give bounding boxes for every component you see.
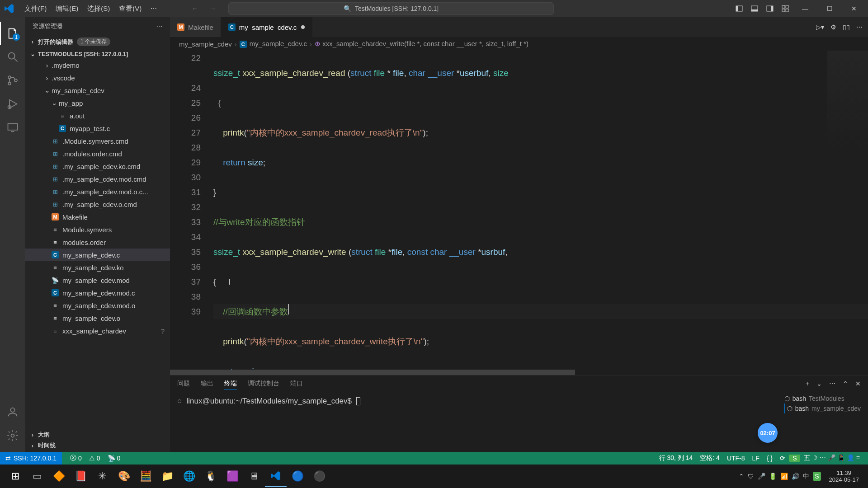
file-my-sample-cdev-c[interactable]: Cmy_sample_cdev.c	[25, 249, 170, 261]
tab-my-sample-cdev[interactable]: Cmy_sample_cdev.c	[221, 17, 312, 37]
menu-edit[interactable]: 编辑(E)	[51, 5, 83, 13]
file-makefile[interactable]: MMakefile	[25, 211, 170, 223]
section-outline[interactable]: ›大纲	[25, 429, 170, 440]
window-maximize-icon[interactable]: ☐	[819, 0, 840, 17]
command-center[interactable]: 🔍 TestModules [SSH: 127.0.0.1]	[228, 2, 554, 15]
app-icon-5[interactable]: 🐧	[200, 465, 222, 487]
app-icon-4[interactable]: 🎨	[113, 465, 135, 487]
app-icon-chrome[interactable]: 🔵	[287, 465, 308, 487]
file-my-sample-cdev-mod[interactable]: 📡my_sample_cdev.mod	[25, 274, 170, 286]
terminal-item-1[interactable]: ⬡ bash TestModules	[784, 394, 861, 404]
file-aout[interactable]: ≡a.out	[25, 109, 170, 122]
sidebar-more-icon[interactable]: ⋯	[157, 23, 163, 30]
status-encoding[interactable]: UTF-8	[723, 455, 749, 462]
window-close-icon[interactable]: ✕	[844, 0, 864, 17]
folder-my-sample-cdev[interactable]: ⌄my_sample_cdev	[25, 84, 170, 97]
file-my-sample-cdev-mod-cmd[interactable]: ⊞.my_sample_cdev.mod.cmd	[25, 173, 170, 185]
file-my-sample-cdev-ko[interactable]: ≡my_sample_cdev.ko	[25, 261, 170, 274]
section-open-editors[interactable]: › 打开的编辑器 1 个未保存	[25, 36, 170, 47]
terminal-item-2[interactable]: ⬡ bash my_sample_cdev	[784, 404, 861, 413]
nav-forward-icon[interactable]: →	[207, 2, 219, 15]
new-terminal-icon[interactable]: +	[806, 380, 809, 387]
activity-search-icon[interactable]	[0, 45, 25, 69]
panel-more-icon[interactable]: ⋯	[829, 380, 835, 387]
folder-mydemo[interactable]: ›.mydemo	[25, 59, 170, 71]
more-actions-icon[interactable]: ⋯	[856, 23, 863, 31]
file-my-sample-cdev-mod-o-cmd[interactable]: ⊞.my_sample_cdev.mod.o.c...	[25, 185, 170, 198]
code-content[interactable]: ssize_t xxx_sample_chardev_read (struct …	[213, 51, 868, 370]
panel-tab-problems[interactable]: 问题	[177, 378, 190, 389]
file-my-sample-cdev-mod-o[interactable]: ≡my_sample_cdev.mod.o	[25, 299, 170, 312]
app-icon-calculator[interactable]: 🧮	[135, 465, 156, 487]
terminal[interactable]: ○ linux@ubuntu:~/TestModules/my_sample_c…	[170, 392, 868, 452]
file-module-symvers[interactable]: ≡Module.symvers	[25, 223, 170, 236]
folder-my-app[interactable]: ⌄my_app	[25, 97, 170, 109]
taskview-icon[interactable]: ▭	[26, 465, 48, 487]
folder-vscode[interactable]: ›.vscode	[25, 71, 170, 84]
file-modules-order[interactable]: ≡modules.order	[25, 236, 170, 249]
timer-bubble[interactable]: 02:07	[758, 423, 778, 443]
file-module-symvers-cmd[interactable]: ⊞.Module.symvers.cmd	[25, 135, 170, 147]
app-icon-explorer[interactable]: 📁	[156, 465, 178, 487]
customize-layout-icon[interactable]	[779, 3, 791, 14]
file-my-sample-cdev-o[interactable]: ≡my_sample_cdev.o	[25, 312, 170, 324]
status-ports[interactable]: 📡 0	[104, 455, 124, 462]
app-icon-vmware[interactable]: 🖥	[243, 465, 265, 487]
activity-remote-icon[interactable]	[0, 116, 25, 139]
status-errors[interactable]: ⓧ 0	[66, 454, 85, 462]
horizontal-scrollbar[interactable]	[170, 370, 868, 375]
menu-more-icon[interactable]: ⋯	[146, 5, 161, 12]
remote-indicator[interactable]: ⇄ SSH: 127.0.0.1	[0, 452, 62, 465]
tray-shield-icon[interactable]: 🛡	[748, 473, 754, 480]
start-button[interactable]: ⊞	[5, 465, 26, 487]
panel-tab-debug[interactable]: 调试控制台	[248, 378, 279, 389]
minimap[interactable]	[827, 51, 868, 150]
file-my-sample-cdev-mod-c[interactable]: Cmy_sample_cdev.mod.c	[25, 286, 170, 299]
status-ime-icon[interactable]: S	[789, 455, 800, 462]
status-eol[interactable]: LF	[749, 455, 763, 462]
menu-select[interactable]: 选择(S)	[83, 5, 114, 13]
tray-sogou-icon[interactable]: S	[813, 472, 821, 481]
menu-view[interactable]: 查看(V)	[114, 5, 146, 13]
status-warnings[interactable]: ⚠ 0	[85, 455, 104, 462]
layout-sidebar-right-icon[interactable]	[764, 3, 776, 14]
app-icon-vscode[interactable]	[265, 465, 287, 487]
app-icon-7[interactable]: ⚫	[308, 465, 330, 487]
panel-maximize-icon[interactable]: ⌃	[843, 380, 848, 387]
run-file-icon[interactable]: ▷▾	[816, 23, 824, 31]
tray-wifi-icon[interactable]: 📶	[780, 473, 788, 480]
activity-debug-icon[interactable]	[0, 92, 25, 116]
status-sync-icon[interactable]: ⟳	[776, 455, 789, 462]
tray-battery-icon[interactable]: 🔋	[769, 473, 777, 480]
panel-close-icon[interactable]: ✕	[855, 380, 861, 387]
tray-volume-icon[interactable]: 🔊	[792, 473, 799, 480]
split-editor-icon[interactable]: ▯▯	[843, 23, 850, 31]
layout-panel-icon[interactable]	[749, 3, 760, 14]
activity-account-icon[interactable]	[0, 400, 25, 424]
file-my-sample-cdev-ko-cmd[interactable]: ⊞.my_sample_cdev.ko.cmd	[25, 160, 170, 173]
menu-file[interactable]: 文件(F)	[20, 5, 51, 13]
file-modules-order-cmd[interactable]: ⊞.modules.order.cmd	[25, 147, 170, 160]
nav-back-icon[interactable]: ←	[189, 2, 201, 15]
status-spaces[interactable]: 空格: 4	[696, 454, 723, 462]
app-icon-1[interactable]: 🔶	[48, 465, 70, 487]
file-my-sample-cdev-o-cmd[interactable]: ⊞.my_sample_cdev.o.cmd	[25, 198, 170, 211]
panel-tab-ports[interactable]: 端口	[290, 378, 303, 389]
section-timeline[interactable]: ›时间线	[25, 440, 170, 451]
settings-gear-icon[interactable]: ⚙	[830, 23, 836, 31]
layout-sidebar-left-icon[interactable]	[733, 3, 745, 14]
status-cursor[interactable]: 行 30, 列 14	[656, 454, 697, 462]
activity-explorer-icon[interactable]: 1	[0, 22, 25, 45]
breadcrumb[interactable]: my_sample_cdev › Cmy_sample_cdev.c › ⊕ x…	[170, 37, 868, 51]
tray-chevron-icon[interactable]: ⌃	[739, 473, 744, 480]
panel-tab-output[interactable]: 输出	[201, 378, 213, 389]
panel-tab-terminal[interactable]: 终端	[224, 378, 237, 390]
app-icon-edge[interactable]: 🌐	[178, 465, 200, 487]
app-icon-3[interactable]: ✳	[91, 465, 113, 487]
tray-ime-icon[interactable]: 中	[803, 472, 809, 480]
file-myapp-test[interactable]: Cmyapp_test.c	[25, 122, 170, 135]
window-minimize-icon[interactable]: —	[795, 0, 816, 17]
activity-scm-icon[interactable]	[0, 69, 25, 92]
terminal-dropdown-icon[interactable]: ⌄	[816, 380, 822, 387]
tab-makefile[interactable]: MMakefile	[170, 17, 221, 37]
